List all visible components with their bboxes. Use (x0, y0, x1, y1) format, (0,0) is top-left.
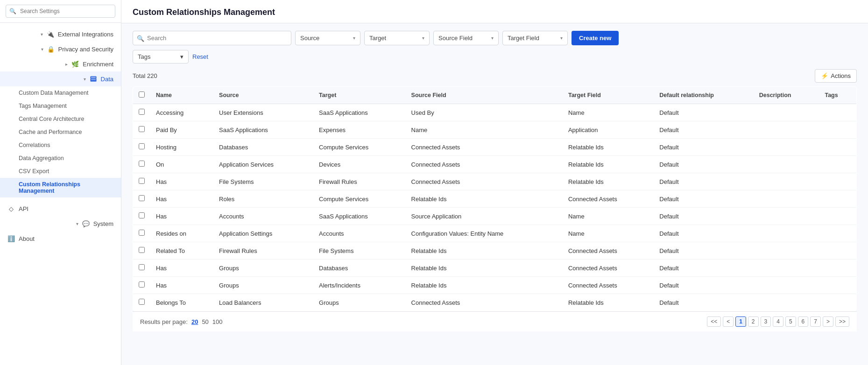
main-body: 🔍 Source ▾ Target ▾ Source Field ▾ Targe… (121, 23, 868, 365)
row-checkbox[interactable] (139, 230, 145, 236)
row-checkbox[interactable] (139, 178, 145, 184)
filters-row-2: Tags ▾ Reset (133, 50, 857, 63)
cell-target: Alerts/Incidents (313, 277, 406, 294)
create-new-button[interactable]: Create new (572, 31, 619, 45)
row-checkbox[interactable] (139, 195, 145, 201)
target-field-dropdown[interactable]: Target Field ▾ (502, 31, 568, 45)
page-5-button[interactable]: 5 (785, 316, 796, 327)
reset-button[interactable]: Reset (192, 53, 208, 60)
main-content: Custom Relationships Management 🔍 Source… (121, 0, 868, 365)
sidebar-item-label: Privacy and Security (58, 46, 114, 53)
cell-source-field: Relatable Ids (406, 277, 563, 294)
row-checkbox[interactable] (139, 161, 145, 167)
col-tags: Tags (819, 87, 856, 104)
row-checkbox[interactable] (139, 143, 145, 149)
target-dropdown[interactable]: Target ▾ (364, 31, 430, 45)
cell-default-rel: Default (654, 104, 753, 121)
sidebar-item-external-integrations[interactable]: ▾ 🔌 External Integrations (0, 27, 121, 42)
per-page-50[interactable]: 50 (202, 318, 208, 325)
db-icon (90, 75, 97, 83)
row-checkbox[interactable] (139, 212, 145, 218)
col-source: Source (213, 87, 313, 104)
search-settings-input[interactable] (6, 5, 115, 18)
row-checkbox[interactable] (139, 126, 145, 132)
tags-dropdown[interactable]: Tags ▾ (133, 50, 189, 63)
col-default-rel: Default relationship (654, 87, 753, 104)
cell-source: Accounts (213, 208, 313, 225)
chevron-down-icon: ▾ (491, 35, 494, 41)
cell-default-rel: Default (654, 225, 753, 242)
table-body: Accessing User Extensions SaaS Applicati… (133, 104, 857, 311)
row-checkbox[interactable] (139, 247, 145, 253)
page-7-button[interactable]: 7 (810, 316, 821, 327)
source-dropdown[interactable]: Source ▾ (295, 31, 360, 45)
cell-target-field: Connected Assets (563, 277, 654, 294)
cell-source-field: Relatable Ids (406, 260, 563, 277)
sidebar-sub-item-data-aggregation[interactable]: Data Aggregation (0, 152, 121, 165)
row-checkbox[interactable] (139, 299, 145, 305)
actions-button[interactable]: ⚡ Actions (815, 69, 857, 83)
chevron-down-icon: ▾ (560, 35, 563, 41)
cell-source: Application Services (213, 156, 313, 173)
cell-target: Expenses (313, 121, 406, 139)
page-next-button[interactable]: > (823, 316, 833, 327)
cell-name: On (150, 156, 213, 173)
source-field-dropdown[interactable]: Source Field ▾ (433, 31, 499, 45)
sidebar-sub-item-correlations[interactable]: Correlations (0, 139, 121, 152)
cell-tags (819, 139, 856, 156)
cell-target-field: Connected Assets (563, 242, 654, 260)
cell-default-rel: Default (654, 190, 753, 208)
row-checkbox[interactable] (139, 264, 145, 270)
cell-target-field: Connected Assets (563, 260, 654, 277)
cell-target-field: Name (563, 104, 654, 121)
sidebar-sub-item-label: Data Aggregation (19, 155, 64, 161)
page-prev-button[interactable]: < (723, 316, 734, 327)
page-title: Custom Relationships Management (133, 7, 857, 17)
cell-target-field: Relatable Ids (563, 173, 654, 190)
cell-target: File Systems (313, 242, 406, 260)
sidebar-item-label: About (19, 235, 35, 242)
page-2-button[interactable]: 2 (748, 316, 759, 327)
select-all-checkbox[interactable] (139, 91, 145, 98)
cell-target-field: Relatable Ids (563, 294, 654, 311)
sidebar-sub-item-label: Central Core Architecture (19, 116, 84, 122)
page-first-button[interactable]: << (707, 316, 721, 327)
sidebar-sub-item-tags-mgmt[interactable]: Tags Management (0, 99, 121, 112)
page-6-button[interactable]: 6 (798, 316, 809, 327)
sidebar-sub-item-cache-perf[interactable]: Cache and Performance (0, 126, 121, 139)
sidebar-item-api[interactable]: ◇ API (0, 201, 121, 216)
cell-tags (819, 208, 856, 225)
sidebar-item-about[interactable]: ℹ️ About (0, 231, 121, 246)
cell-name: Resides on (150, 225, 213, 242)
cell-tags (819, 156, 856, 173)
page-4-button[interactable]: 4 (773, 316, 783, 327)
sidebar-item-label: External Integrations (58, 31, 113, 38)
per-page-100[interactable]: 100 (212, 318, 223, 325)
sidebar-sub-item-label: Custom Relationships Management (19, 181, 113, 194)
row-checkbox[interactable] (139, 281, 145, 288)
sidebar-item-data[interactable]: ▾ Data (0, 71, 121, 86)
cell-default-rel: Default (654, 156, 753, 173)
sidebar-item-privacy-security[interactable]: ▾ 🔒 Privacy and Security (0, 42, 121, 56)
cell-source: Groups (213, 260, 313, 277)
sidebar-item-system[interactable]: ▾ 💬 System (0, 216, 121, 231)
sidebar-sub-item-custom-data-mgmt[interactable]: Custom Data Management (0, 86, 121, 99)
sidebar-sub-item-csv-export[interactable]: CSV Export (0, 165, 121, 178)
page-3-button[interactable]: 3 (761, 316, 771, 327)
search-input[interactable] (133, 31, 291, 45)
chevron-down-icon: ▾ (422, 35, 424, 41)
sidebar-sub-item-label: Cache and Performance (19, 129, 82, 135)
sidebar-sub-item-central-core[interactable]: Central Core Architecture (0, 112, 121, 126)
sidebar-nav: ▾ 🔌 External Integrations ▾ 🔒 Privacy an… (0, 23, 121, 365)
cell-source: File Systems (213, 173, 313, 190)
sidebar-sub-item-custom-rel-mgmt[interactable]: Custom Relationships Management (0, 178, 121, 197)
cell-target: SaaS Applications (313, 208, 406, 225)
row-checkbox[interactable] (139, 109, 145, 115)
sidebar-item-enrichment[interactable]: ▸ 🌿 Enrichment (0, 56, 121, 71)
cell-tags (819, 242, 856, 260)
cell-target: Databases (313, 260, 406, 277)
table-header-row: Total 220 ⚡ Actions (133, 69, 857, 83)
page-last-button[interactable]: >> (835, 316, 849, 327)
per-page-20[interactable]: 20 (191, 318, 198, 325)
page-1-button[interactable]: 1 (735, 316, 746, 327)
